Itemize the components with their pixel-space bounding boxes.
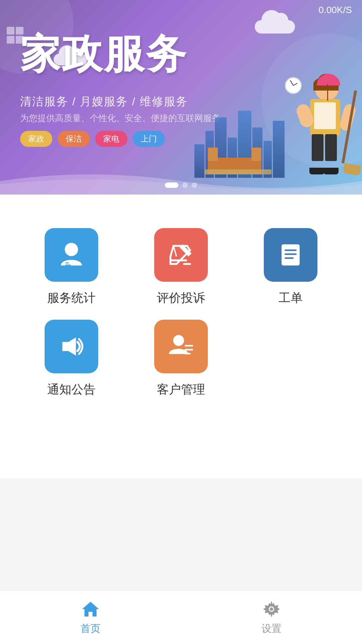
menu-item-service-stats[interactable]: 服务统计	[20, 228, 123, 306]
clock	[285, 77, 302, 94]
tab-home-label: 首页	[80, 622, 101, 636]
dot-3	[192, 182, 197, 188]
customer-mgmt-icon-wrapper	[154, 320, 208, 373]
menu-item-customer-mgmt[interactable]: 客户管理	[130, 320, 233, 398]
svg-rect-13	[185, 349, 193, 351]
banner-wave	[0, 168, 362, 195]
status-bar: 0.00K/S	[0, 0, 362, 20]
tab-home[interactable]: 首页	[0, 599, 181, 636]
svg-rect-7	[285, 250, 297, 251]
banner-description: 为您提供高质量、个性化、安全、便捷的互联网服务	[20, 112, 221, 124]
notification-label: 通知公告	[47, 381, 96, 398]
svg-point-17	[270, 607, 273, 611]
review-complaint-icon-wrapper	[154, 228, 208, 282]
status-text: 0.00K/S	[318, 5, 352, 15]
banner-indicators	[165, 182, 197, 188]
dot-2	[182, 182, 188, 188]
banner-tags: 家政 保洁 家电 上门	[20, 131, 165, 147]
svg-rect-12	[185, 345, 193, 347]
work-order-icon-wrapper	[264, 228, 317, 282]
svg-marker-15	[82, 602, 99, 616]
service-stats-icon-wrapper	[45, 228, 98, 282]
svg-point-0	[65, 243, 78, 256]
service-stats-label: 服务统计	[47, 290, 96, 306]
svg-line-4	[173, 246, 176, 257]
menu-row2: 通知公告 客户管理	[13, 320, 349, 411]
main-content: 服务统计 评价投诉	[0, 195, 362, 478]
menu-item-work-order[interactable]: 工单	[239, 228, 342, 306]
speaker-icon	[56, 331, 86, 362]
banner: 家政服务 清洁服务 / 月嫂服务 / 维修服务 为您提供高质量、个性化、安全、便…	[0, 0, 362, 195]
tab-settings-label: 设置	[261, 622, 282, 636]
svg-marker-10	[62, 337, 76, 356]
dot-1	[165, 182, 178, 188]
svg-rect-1	[65, 263, 69, 264]
edit-pen-icon	[166, 240, 196, 270]
umbrella	[315, 74, 342, 101]
banner-subtitle: 清洁服务 / 月嫂服务 / 维修服务	[20, 94, 188, 109]
notification-icon-wrapper	[45, 320, 98, 373]
customer-mgmt-label: 客户管理	[157, 381, 205, 398]
svg-rect-8	[285, 254, 297, 255]
svg-rect-2	[65, 265, 71, 266]
menu-row1: 服务统计 评价投诉	[13, 215, 349, 320]
person-stats-icon	[56, 240, 86, 270]
gear-icon	[261, 599, 282, 619]
tab-settings[interactable]: 设置	[181, 599, 362, 636]
banner-tag-3: 家电	[95, 131, 127, 147]
svg-rect-14	[185, 353, 191, 355]
document-list-icon	[276, 240, 306, 270]
banner-title: 家政服务	[20, 34, 188, 74]
review-complaint-label: 评价投诉	[157, 290, 205, 306]
menu-item-review-complaint[interactable]: 评价投诉	[130, 228, 233, 306]
banner-tag-4: 上门	[133, 131, 165, 147]
banner-tag-1: 家政	[20, 131, 52, 147]
person-list-icon	[166, 331, 196, 362]
cloud-1	[255, 20, 295, 34]
banner-tag-2: 保洁	[58, 131, 90, 147]
svg-point-11	[173, 335, 184, 346]
banner-illustration	[194, 70, 362, 178]
tab-bar: 首页 设置	[0, 590, 362, 644]
menu-item-notification[interactable]: 通知公告	[20, 320, 123, 398]
svg-rect-9	[285, 257, 294, 259]
work-order-label: 工单	[279, 290, 303, 306]
home-icon	[80, 599, 101, 619]
